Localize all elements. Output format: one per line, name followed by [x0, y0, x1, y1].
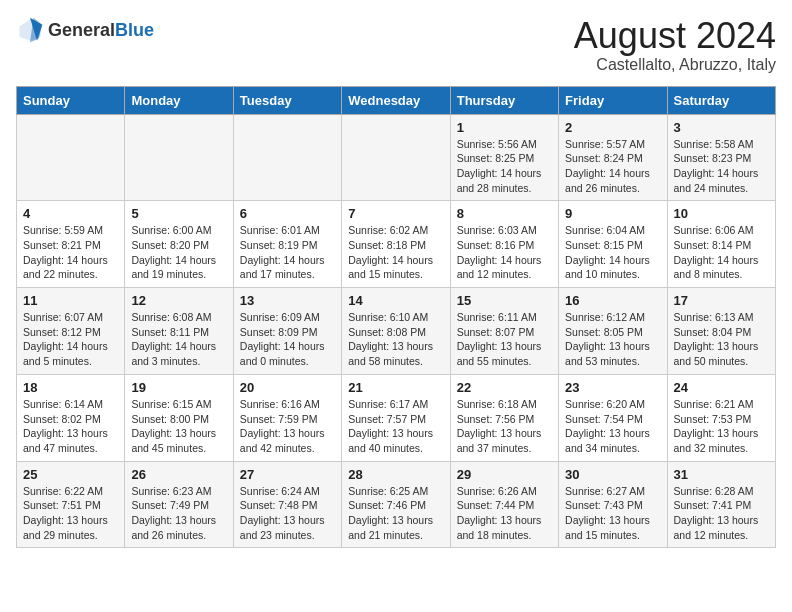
calendar-week-1: 1Sunrise: 5:56 AM Sunset: 8:25 PM Daylig…: [17, 114, 776, 201]
day-info: Sunrise: 6:21 AM Sunset: 7:53 PM Dayligh…: [674, 397, 769, 456]
header-cell-tuesday: Tuesday: [233, 86, 341, 114]
day-number: 12: [131, 293, 226, 308]
day-number: 16: [565, 293, 660, 308]
day-info: Sunrise: 6:11 AM Sunset: 8:07 PM Dayligh…: [457, 310, 552, 369]
calendar-cell: [125, 114, 233, 201]
calendar-cell: 5Sunrise: 6:00 AM Sunset: 8:20 PM Daylig…: [125, 201, 233, 288]
day-info: Sunrise: 6:03 AM Sunset: 8:16 PM Dayligh…: [457, 223, 552, 282]
day-info: Sunrise: 6:10 AM Sunset: 8:08 PM Dayligh…: [348, 310, 443, 369]
day-info: Sunrise: 6:20 AM Sunset: 7:54 PM Dayligh…: [565, 397, 660, 456]
calendar-cell: [233, 114, 341, 201]
day-number: 23: [565, 380, 660, 395]
calendar-week-3: 11Sunrise: 6:07 AM Sunset: 8:12 PM Dayli…: [17, 288, 776, 375]
day-number: 18: [23, 380, 118, 395]
day-info: Sunrise: 6:08 AM Sunset: 8:11 PM Dayligh…: [131, 310, 226, 369]
day-info: Sunrise: 6:01 AM Sunset: 8:19 PM Dayligh…: [240, 223, 335, 282]
calendar-cell: [17, 114, 125, 201]
calendar-cell: 29Sunrise: 6:26 AM Sunset: 7:44 PM Dayli…: [450, 461, 558, 548]
day-info: Sunrise: 6:26 AM Sunset: 7:44 PM Dayligh…: [457, 484, 552, 543]
header-cell-saturday: Saturday: [667, 86, 775, 114]
day-info: Sunrise: 6:28 AM Sunset: 7:41 PM Dayligh…: [674, 484, 769, 543]
day-number: 26: [131, 467, 226, 482]
calendar-cell: 26Sunrise: 6:23 AM Sunset: 7:49 PM Dayli…: [125, 461, 233, 548]
logo-icon: [16, 16, 44, 44]
day-info: Sunrise: 6:25 AM Sunset: 7:46 PM Dayligh…: [348, 484, 443, 543]
day-info: Sunrise: 6:06 AM Sunset: 8:14 PM Dayligh…: [674, 223, 769, 282]
day-number: 24: [674, 380, 769, 395]
day-number: 2: [565, 120, 660, 135]
calendar-cell: 9Sunrise: 6:04 AM Sunset: 8:15 PM Daylig…: [559, 201, 667, 288]
day-number: 22: [457, 380, 552, 395]
day-info: Sunrise: 6:04 AM Sunset: 8:15 PM Dayligh…: [565, 223, 660, 282]
calendar-cell: 6Sunrise: 6:01 AM Sunset: 8:19 PM Daylig…: [233, 201, 341, 288]
day-info: Sunrise: 5:56 AM Sunset: 8:25 PM Dayligh…: [457, 137, 552, 196]
calendar-week-2: 4Sunrise: 5:59 AM Sunset: 8:21 PM Daylig…: [17, 201, 776, 288]
day-number: 20: [240, 380, 335, 395]
day-info: Sunrise: 6:15 AM Sunset: 8:00 PM Dayligh…: [131, 397, 226, 456]
logo: GeneralBlue: [16, 16, 154, 44]
day-info: Sunrise: 6:02 AM Sunset: 8:18 PM Dayligh…: [348, 223, 443, 282]
day-number: 29: [457, 467, 552, 482]
day-number: 4: [23, 206, 118, 221]
day-number: 19: [131, 380, 226, 395]
calendar-cell: 25Sunrise: 6:22 AM Sunset: 7:51 PM Dayli…: [17, 461, 125, 548]
calendar-cell: 12Sunrise: 6:08 AM Sunset: 8:11 PM Dayli…: [125, 288, 233, 375]
calendar-cell: 28Sunrise: 6:25 AM Sunset: 7:46 PM Dayli…: [342, 461, 450, 548]
day-number: 27: [240, 467, 335, 482]
day-number: 31: [674, 467, 769, 482]
day-info: Sunrise: 6:09 AM Sunset: 8:09 PM Dayligh…: [240, 310, 335, 369]
calendar-cell: 13Sunrise: 6:09 AM Sunset: 8:09 PM Dayli…: [233, 288, 341, 375]
calendar-cell: 23Sunrise: 6:20 AM Sunset: 7:54 PM Dayli…: [559, 374, 667, 461]
calendar-cell: 22Sunrise: 6:18 AM Sunset: 7:56 PM Dayli…: [450, 374, 558, 461]
calendar-cell: 3Sunrise: 5:58 AM Sunset: 8:23 PM Daylig…: [667, 114, 775, 201]
page-subtitle: Castellalto, Abruzzo, Italy: [574, 56, 776, 74]
day-number: 21: [348, 380, 443, 395]
header-cell-sunday: Sunday: [17, 86, 125, 114]
day-info: Sunrise: 6:18 AM Sunset: 7:56 PM Dayligh…: [457, 397, 552, 456]
calendar-cell: 15Sunrise: 6:11 AM Sunset: 8:07 PM Dayli…: [450, 288, 558, 375]
day-info: Sunrise: 5:58 AM Sunset: 8:23 PM Dayligh…: [674, 137, 769, 196]
calendar-week-4: 18Sunrise: 6:14 AM Sunset: 8:02 PM Dayli…: [17, 374, 776, 461]
day-number: 7: [348, 206, 443, 221]
day-number: 6: [240, 206, 335, 221]
day-number: 11: [23, 293, 118, 308]
day-info: Sunrise: 6:00 AM Sunset: 8:20 PM Dayligh…: [131, 223, 226, 282]
calendar-cell: 30Sunrise: 6:27 AM Sunset: 7:43 PM Dayli…: [559, 461, 667, 548]
calendar-cell: 4Sunrise: 5:59 AM Sunset: 8:21 PM Daylig…: [17, 201, 125, 288]
day-info: Sunrise: 6:27 AM Sunset: 7:43 PM Dayligh…: [565, 484, 660, 543]
header-row: SundayMondayTuesdayWednesdayThursdayFrid…: [17, 86, 776, 114]
calendar-cell: 18Sunrise: 6:14 AM Sunset: 8:02 PM Dayli…: [17, 374, 125, 461]
header-cell-wednesday: Wednesday: [342, 86, 450, 114]
title-area: August 2024 Castellalto, Abruzzo, Italy: [574, 16, 776, 74]
calendar-cell: 16Sunrise: 6:12 AM Sunset: 8:05 PM Dayli…: [559, 288, 667, 375]
day-number: 10: [674, 206, 769, 221]
day-info: Sunrise: 5:57 AM Sunset: 8:24 PM Dayligh…: [565, 137, 660, 196]
calendar-week-5: 25Sunrise: 6:22 AM Sunset: 7:51 PM Dayli…: [17, 461, 776, 548]
day-number: 13: [240, 293, 335, 308]
day-number: 15: [457, 293, 552, 308]
calendar-cell: 8Sunrise: 6:03 AM Sunset: 8:16 PM Daylig…: [450, 201, 558, 288]
calendar-cell: 7Sunrise: 6:02 AM Sunset: 8:18 PM Daylig…: [342, 201, 450, 288]
page-title: August 2024: [574, 16, 776, 56]
day-number: 30: [565, 467, 660, 482]
day-number: 9: [565, 206, 660, 221]
logo-text: GeneralBlue: [48, 20, 154, 41]
day-info: Sunrise: 6:22 AM Sunset: 7:51 PM Dayligh…: [23, 484, 118, 543]
calendar-cell: 17Sunrise: 6:13 AM Sunset: 8:04 PM Dayli…: [667, 288, 775, 375]
header: GeneralBlue August 2024 Castellalto, Abr…: [16, 16, 776, 74]
calendar-cell: 11Sunrise: 6:07 AM Sunset: 8:12 PM Dayli…: [17, 288, 125, 375]
calendar-cell: 19Sunrise: 6:15 AM Sunset: 8:00 PM Dayli…: [125, 374, 233, 461]
day-number: 5: [131, 206, 226, 221]
calendar-cell: 14Sunrise: 6:10 AM Sunset: 8:08 PM Dayli…: [342, 288, 450, 375]
day-info: Sunrise: 6:14 AM Sunset: 8:02 PM Dayligh…: [23, 397, 118, 456]
calendar-cell: 1Sunrise: 5:56 AM Sunset: 8:25 PM Daylig…: [450, 114, 558, 201]
header-cell-friday: Friday: [559, 86, 667, 114]
calendar-cell: 10Sunrise: 6:06 AM Sunset: 8:14 PM Dayli…: [667, 201, 775, 288]
day-info: Sunrise: 6:12 AM Sunset: 8:05 PM Dayligh…: [565, 310, 660, 369]
header-cell-thursday: Thursday: [450, 86, 558, 114]
day-info: Sunrise: 6:16 AM Sunset: 7:59 PM Dayligh…: [240, 397, 335, 456]
day-number: 3: [674, 120, 769, 135]
calendar-cell: [342, 114, 450, 201]
calendar-cell: 21Sunrise: 6:17 AM Sunset: 7:57 PM Dayli…: [342, 374, 450, 461]
day-number: 17: [674, 293, 769, 308]
